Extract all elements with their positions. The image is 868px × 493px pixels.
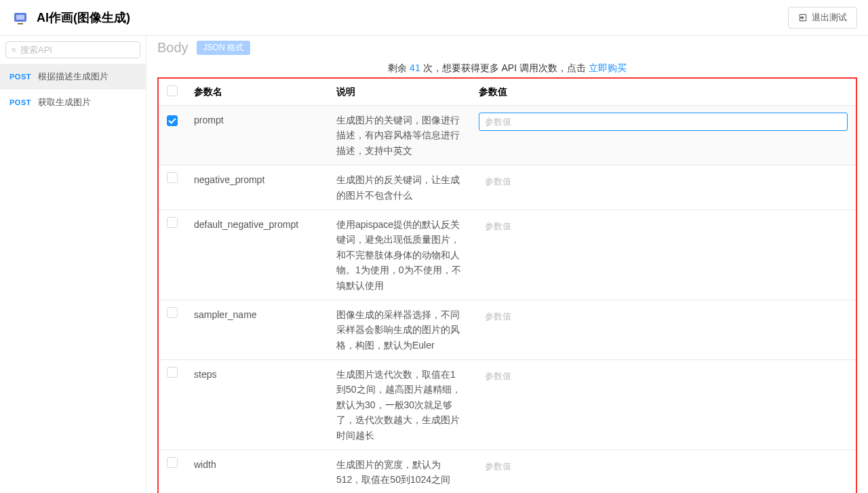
notice-count: 41 [410,62,420,73]
param-value-input[interactable] [479,113,848,131]
param-name: sampler_name [194,309,257,320]
exit-icon [798,13,808,22]
cell-check [158,165,186,210]
nav-label: 获取生成图片 [38,96,91,109]
cell-desc: 生成图片的关键词，图像进行描述，有内容风格等信息进行描述，支持中英文 [328,106,471,165]
sidebar-item-1[interactable]: POST获取生成图片 [0,90,146,115]
cell-param-name: sampler_name [186,300,328,359]
cell-value [471,360,856,450]
sidebar: POST根据描述生成图片POST获取生成图片 [0,36,146,493]
param-value-input[interactable] [479,457,848,475]
cell-check [158,106,186,165]
cell-param-name: negative_prompt [186,165,328,210]
row-checkbox[interactable] [167,217,178,228]
cell-check [158,360,186,450]
cell-check [158,450,186,493]
notice-prefix: 剩余 [388,62,410,73]
table-row: steps生成图片迭代次数，取值在1到50之间，越高图片越精细，默认为30，一般… [158,360,856,450]
param-value-input[interactable] [479,217,848,235]
cell-desc: 使用apispace提供的默认反关键词，避免出现低质量图片，和不完整肢体身体的动… [328,210,471,300]
col-header-value: 参数值 [471,78,856,106]
cell-desc: 生成图片的宽度，默认为512，取值在50到1024之间 [328,450,471,493]
table-row: sampler_name图像生成的采样器选择，不同采样器会影响生成的图片的风格，… [158,300,856,359]
nav-label: 根据描述生成图片 [38,71,108,83]
select-all-checkbox[interactable] [167,85,178,96]
col-header-desc: 说明 [328,78,471,106]
cell-check [158,300,186,359]
cell-desc: 生成图片迭代次数，取值在1到50之间，越高图片越精细，默认为30，一般30次就足… [328,360,471,450]
body-section-header: Body JSON 格式 [146,36,868,56]
table-row: width生成图片的宽度，默认为512，取值在50到1024之间 [158,450,856,493]
nav-list: POST根据描述生成图片POST获取生成图片 [0,64,146,115]
cell-param-name: prompt [186,106,328,165]
param-name: steps [194,369,216,380]
row-checkbox[interactable] [167,307,178,318]
header-left: AI作画(图像生成) [11,8,130,27]
table-row: default_negative_prompt使用apispace提供的默认反关… [158,210,856,300]
param-value-input[interactable] [479,172,848,191]
cell-param-name: steps [186,360,328,450]
svg-line-4 [14,50,15,51]
table-row: negative_prompt生成图片的反关键词，让生成的图片不包含什么 [158,165,856,210]
col-header-name: 参数名 [186,78,328,106]
search-input[interactable] [20,45,134,55]
svg-rect-2 [18,23,23,24]
param-name: negative_prompt [194,174,264,185]
body-label: Body [157,40,189,56]
search-icon [12,45,16,55]
svg-point-3 [12,48,15,51]
nav-method: POST [9,73,31,81]
row-checkbox[interactable] [167,457,178,468]
quota-notice: 剩余 41 次，想要获得更多 API 调用次数，点击 立即购买 [146,56,868,77]
buy-now-link[interactable]: 立即购买 [589,62,627,73]
svg-rect-1 [16,15,24,20]
col-header-check [158,78,186,106]
sidebar-item-0[interactable]: POST根据描述生成图片 [0,64,146,90]
cell-check [158,210,186,300]
row-checkbox[interactable] [167,367,178,378]
param-value-input[interactable] [479,367,848,385]
param-name: prompt [194,115,224,125]
params-table-wrapper: 参数名 说明 参数值 prompt生成图片的关键词，图像进行描述，有内容风格等信… [146,77,868,493]
cell-value [471,210,856,300]
cell-value [471,106,856,165]
main-layout: POST根据描述生成图片POST获取生成图片 Body JSON 格式 剩余 4… [0,36,868,493]
param-name: default_negative_prompt [194,219,298,230]
cell-desc: 生成图片的反关键词，让生成的图片不包含什么 [328,165,471,210]
exit-test-button[interactable]: 退出测试 [788,7,857,28]
table-row: prompt生成图片的关键词，图像进行描述，有内容风格等信息进行描述，支持中英文 [158,106,856,165]
search-wrapper [0,36,146,64]
notice-suffix: 次，想要获得更多 API 调用次数，点击 [420,62,589,73]
json-format-badge: JSON 格式 [197,41,250,55]
nav-method: POST [9,98,31,106]
param-name: width [194,459,216,470]
app-icon [11,8,30,27]
page-title: AI作画(图像生成) [37,9,130,26]
exit-button-label: 退出测试 [812,12,847,24]
cell-value [471,300,856,359]
param-value-input[interactable] [479,307,848,326]
cell-value [471,450,856,493]
row-checkbox[interactable] [167,115,178,126]
cell-desc: 图像生成的采样器选择，不同采样器会影响生成的图片的风格，构图，默认为Euler [328,300,471,359]
cell-param-name: width [186,450,328,493]
row-checkbox[interactable] [167,172,178,183]
cell-param-name: default_negative_prompt [186,210,328,300]
main-content: Body JSON 格式 剩余 41 次，想要获得更多 API 调用次数，点击 … [146,36,868,493]
params-table: 参数名 说明 参数值 prompt生成图片的关键词，图像进行描述，有内容风格等信… [157,77,857,493]
search-box[interactable] [5,41,140,58]
page-header: AI作画(图像生成) 退出测试 [0,0,868,36]
cell-value [471,165,856,210]
